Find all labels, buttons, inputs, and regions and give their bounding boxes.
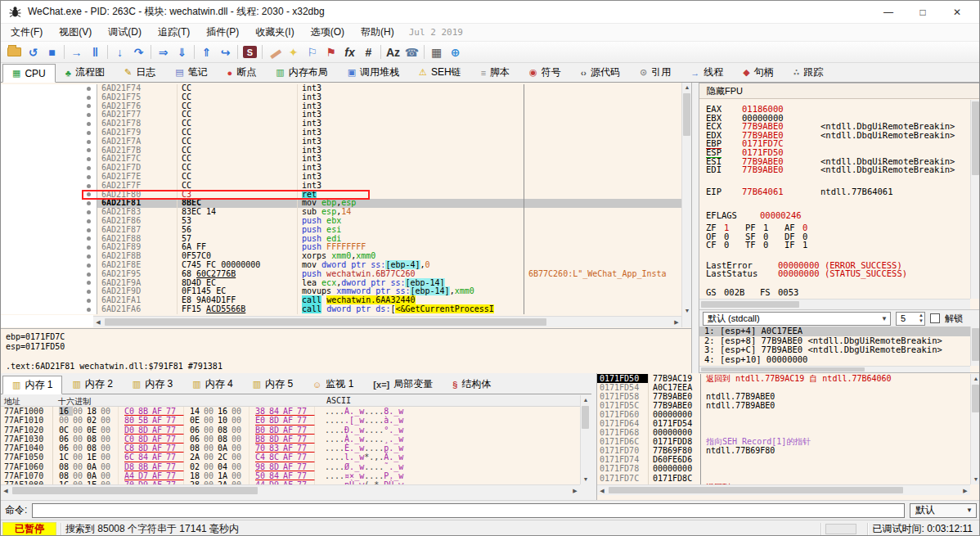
tab-SEH链[interactable]: ⚠SEH链 <box>409 63 471 82</box>
dump-vertical-scrollbar[interactable]: ▲ ▼ <box>580 395 590 484</box>
register-row[interactable]: LastStatus00000000 (STATUS_SUCCESS) <box>706 269 970 278</box>
breakpoint-dot[interactable] <box>87 273 91 277</box>
dump-horizontal-scrollbar[interactable]: ◀ ▶ <box>1 484 580 496</box>
dump-tab-内存 4[interactable]: ▥内存 4 <box>182 375 242 394</box>
stack-horizontal-scrollbar[interactable]: ◀ ▶ <box>597 484 970 495</box>
register-row[interactable]: ESP0171FD50 <box>706 148 970 157</box>
scroll-up-icon[interactable]: ▲ <box>682 83 692 92</box>
breakpoint-dot[interactable] <box>87 236 91 241</box>
register-value[interactable]: 77B9ABE0 <box>742 165 820 174</box>
breakpoint-dot[interactable] <box>87 175 91 179</box>
website-icon[interactable]: ⊕ <box>446 44 465 61</box>
disasm-row[interactable]: 6AD21F7ACCint3 <box>1 137 681 146</box>
dump-row[interactable]: 77AF106008000A00D88BAF7702000400988DAF77… <box>1 462 580 471</box>
dump-tab-监视 1[interactable]: ☺监视 1 <box>303 375 363 394</box>
minimize-button[interactable]: — <box>874 7 902 18</box>
menu-item[interactable]: 收藏夹(I) <box>247 25 302 39</box>
flag-value[interactable]: 0 <box>763 241 784 250</box>
flag-value[interactable]: 1 <box>802 241 824 250</box>
flag-value[interactable]: 0053 <box>778 288 814 297</box>
command-input[interactable] <box>32 503 905 518</box>
menu-item[interactable]: 调试(D) <box>100 25 150 39</box>
scroll-left-icon[interactable]: ◀ <box>597 485 607 495</box>
dump-tab-结构体[interactable]: §结构体 <box>443 375 501 394</box>
dump-rows[interactable]: 77AF100016001800C08BAF77140016003884AF77… <box>1 407 580 484</box>
tab-跟踪[interactable]: ∴跟踪 <box>784 63 834 82</box>
execute-till-return-icon[interactable]: ⇒ <box>154 44 173 61</box>
spin-down-icon[interactable]: ▼ <box>919 318 924 324</box>
tab-句柄[interactable]: ◆句柄 <box>733 63 783 82</box>
tab-断点[interactable]: ●断点 <box>218 63 267 82</box>
register-row[interactable]: GS002BFS0053 <box>706 288 970 297</box>
memory-dump-panel[interactable]: ▥内存 1▥内存 2▥内存 3▥内存 4▥内存 5☺监视 1[x=]局部变量§结… <box>1 373 591 500</box>
register-value[interactable]: 0171FD50 <box>742 148 820 157</box>
tab-内存布局[interactable]: ▥内存布局 <box>266 63 337 82</box>
breakpoint-dot[interactable] <box>87 219 91 223</box>
comments-icon[interactable]: ✦ <box>284 44 303 61</box>
breakpoint-dot[interactable] <box>87 192 91 196</box>
register-row[interactable]: CF0TF0IF1 <box>706 241 970 250</box>
stack-row[interactable]: 0171FD6C0171FDD8指向SEH_Record[1]的指针 <box>597 437 970 446</box>
breakpoint-dot[interactable] <box>87 157 91 161</box>
menu-item[interactable]: 文件(F) <box>2 25 51 39</box>
attach-user-icon[interactable]: ↪ <box>216 44 235 61</box>
tab-CPU[interactable]: ▦CPU <box>2 64 56 83</box>
call-argument-row[interactable]: 4: [esp+10] 00000000 <box>699 355 970 365</box>
dump-tab-内存 5[interactable]: ▥内存 5 <box>243 375 303 394</box>
disasm-row[interactable]: 6AD21FA6FF15 ACD5566Bcall dword ptr ds:[… <box>1 305 681 314</box>
breakpoint-dot[interactable] <box>87 308 91 312</box>
disassembly-panel[interactable]: 6AD21F74CCint36AD21F75CCint36AD21F76CCin… <box>1 83 692 328</box>
registers-vertical-scrollbar[interactable] <box>970 100 980 299</box>
disasm-horizontal-scrollbar[interactable]: ◀ ▶ <box>93 316 681 327</box>
flag-value[interactable]: 0 <box>724 241 745 250</box>
call-argument-row[interactable]: 3: [esp+C] 77B9ABE0 <ntdll.DbgUiRemoteBr… <box>699 345 970 355</box>
scroll-down-icon[interactable]: ▼ <box>682 306 692 316</box>
stack-row[interactable]: 0171FD6000000000 <box>597 410 970 419</box>
breakpoint-dot[interactable] <box>87 245 91 250</box>
scroll-right-icon[interactable]: ▶ <box>960 485 970 495</box>
flag-value[interactable]: 1 <box>724 223 745 232</box>
calculator-icon[interactable]: ▦ <box>427 44 446 61</box>
menu-item[interactable]: 视图(V) <box>51 25 100 39</box>
register-value[interactable]: 00000000 (STATUS_SUCCESS) <box>778 269 907 278</box>
arguments-horizontal-scrollbar[interactable] <box>699 366 970 372</box>
stack-rows[interactable]: 0171FD5077B9AC19返回到 ntdll.77B9AC19 自 ntd… <box>597 374 970 484</box>
run-icon[interactable]: → <box>67 44 86 61</box>
register-row[interactable]: EIP77B64061ntdll.77B64061 <box>706 187 970 196</box>
tab-符号[interactable]: ◉符号 <box>519 63 571 82</box>
argument-count-stepper[interactable]: 5 ▲▼ <box>896 312 925 326</box>
stack-row[interactable]: 0171FD74D60FE6D6 <box>597 455 970 464</box>
dump-row[interactable]: 77AF103006000800C08DAF7706000800B88DAF77… <box>1 435 580 444</box>
breakpoint-dot[interactable] <box>87 263 91 268</box>
dump-tab-内存 1[interactable]: ▥内存 1 <box>2 376 62 394</box>
dump-tab-局部变量[interactable]: [x=]局部变量 <box>363 375 443 394</box>
register-row[interactable]: EDI77B9ABE0<ntdll.DbgUiRemoteBreakin> <box>706 165 970 174</box>
menu-item[interactable]: 帮助(H) <box>353 25 402 39</box>
breakpoint-dot[interactable] <box>87 104 91 108</box>
menu-item[interactable]: 追踪(T) <box>150 25 198 39</box>
dump-tab-内存 3[interactable]: ▥内存 3 <box>123 375 182 394</box>
calling-convention-select[interactable]: 默认 (stdcall) ▼ <box>703 312 891 326</box>
register-row[interactable]: EAX01186000 <box>706 105 970 114</box>
flag-value[interactable]: 1 <box>763 223 784 232</box>
scroll-down-icon[interactable]: ▼ <box>971 475 980 484</box>
stack-row[interactable]: 0171FD5877B9ABE0ntdll.77B9ABE0 <box>597 392 970 401</box>
settings-icon[interactable]: S <box>243 46 257 58</box>
breakpoint-dot[interactable] <box>87 299 91 303</box>
scroll-up-icon[interactable]: ▲ <box>581 395 591 405</box>
register-value[interactable]: 01186000 <box>742 105 820 114</box>
close-button[interactable]: ✕ <box>943 7 971 18</box>
menu-item[interactable]: 选项(O) <box>303 25 353 39</box>
breakpoint-dot[interactable] <box>87 210 91 214</box>
tab-调用堆栈[interactable]: ▣调用堆栈 <box>338 63 409 82</box>
breakpoint-dot[interactable] <box>87 166 91 170</box>
stop-icon[interactable]: ■ <box>43 44 61 61</box>
register-list[interactable]: EAX01186000EBX00000000ECX77B9ABE0<ntdll.… <box>699 100 970 299</box>
step-over-icon[interactable]: ↷ <box>129 44 148 61</box>
hash-icon[interactable]: # <box>359 44 378 61</box>
dump-row[interactable]: 77AF10200C000E00D08DAF7706000800B08DAF77… <box>1 426 580 435</box>
unlock-checkbox[interactable] <box>930 313 940 323</box>
tab-流程图[interactable]: ♣流程图 <box>56 63 115 82</box>
breakpoint-dot[interactable] <box>87 131 91 135</box>
tab-脚本[interactable]: ≡脚本 <box>471 63 519 82</box>
